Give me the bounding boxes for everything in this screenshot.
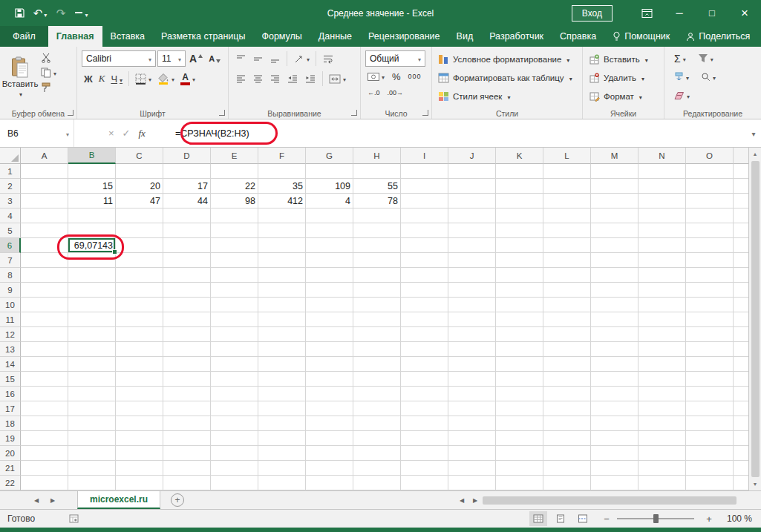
cell-G16[interactable] bbox=[306, 387, 353, 401]
cell-A22[interactable] bbox=[21, 476, 68, 490]
cell-K17[interactable] bbox=[496, 401, 543, 416]
cell-F20[interactable] bbox=[258, 446, 306, 461]
cell-J19[interactable] bbox=[448, 431, 496, 446]
cell-I8[interactable] bbox=[401, 268, 448, 283]
macro-record-button[interactable] bbox=[69, 514, 79, 523]
paste-button[interactable]: Вставить bbox=[1, 49, 39, 105]
cell-H22[interactable] bbox=[353, 476, 401, 490]
cell-A20[interactable] bbox=[21, 446, 68, 461]
row-header-18[interactable]: 18 bbox=[0, 416, 21, 431]
tab-home[interactable]: Главная bbox=[48, 26, 102, 47]
cell-F5[interactable] bbox=[258, 223, 306, 238]
cell-G3[interactable]: 4 bbox=[306, 194, 353, 208]
row-header-2[interactable]: 2 bbox=[0, 179, 21, 194]
alignment-dialog-launcher[interactable] bbox=[351, 110, 357, 116]
cell-O1[interactable] bbox=[686, 164, 734, 179]
zoom-out-button[interactable]: − bbox=[601, 513, 613, 525]
cell-L18[interactable] bbox=[543, 416, 591, 431]
cell-D3[interactable]: 44 bbox=[163, 194, 211, 208]
cell-E9[interactable] bbox=[211, 283, 258, 298]
cell-A12[interactable] bbox=[21, 327, 68, 342]
number-dialog-launcher[interactable] bbox=[422, 110, 428, 116]
increase-font-size-button[interactable]: А bbox=[187, 52, 205, 65]
cell-O14[interactable] bbox=[686, 357, 734, 372]
normal-view-button[interactable] bbox=[529, 511, 547, 526]
vertical-scrollbar-thumb[interactable] bbox=[751, 161, 760, 477]
cell-L16[interactable] bbox=[543, 387, 591, 401]
cell-G7[interactable] bbox=[306, 253, 353, 268]
decrease-font-size-button[interactable]: А bbox=[206, 53, 223, 64]
cell-C7[interactable] bbox=[116, 253, 163, 268]
tab-developer[interactable]: Разработчик bbox=[481, 26, 552, 47]
cell-G1[interactable] bbox=[306, 164, 353, 179]
cell-F12[interactable] bbox=[258, 327, 306, 342]
cell-H3[interactable]: 78 bbox=[353, 194, 401, 208]
cell-G15[interactable] bbox=[306, 372, 353, 387]
row-header-14[interactable]: 14 bbox=[0, 357, 21, 372]
cell-G13[interactable] bbox=[306, 342, 353, 357]
row-header-8[interactable]: 8 bbox=[0, 268, 21, 283]
cell-G17[interactable] bbox=[306, 401, 353, 416]
cell-L8[interactable] bbox=[543, 268, 591, 283]
clipboard-dialog-launcher[interactable] bbox=[68, 110, 74, 116]
cell-K8[interactable] bbox=[496, 268, 543, 283]
cell-E6[interactable] bbox=[211, 238, 258, 253]
cell-E16[interactable] bbox=[211, 387, 258, 401]
cell-J6[interactable] bbox=[448, 238, 496, 253]
cell-F22[interactable] bbox=[258, 476, 306, 490]
cell-G5[interactable] bbox=[306, 223, 353, 238]
cell-J9[interactable] bbox=[448, 283, 496, 298]
cell-J8[interactable] bbox=[448, 268, 496, 283]
cell-J10[interactable] bbox=[448, 298, 496, 312]
cell-B8[interactable] bbox=[68, 268, 116, 283]
cell-C12[interactable] bbox=[116, 327, 163, 342]
cell-B18[interactable] bbox=[68, 416, 116, 431]
column-header-I[interactable]: I bbox=[401, 148, 448, 164]
cell-D9[interactable] bbox=[163, 283, 211, 298]
minimize-button[interactable]: ─ bbox=[663, 0, 696, 26]
insert-function-button[interactable]: fx bbox=[139, 128, 146, 139]
column-header-E[interactable]: E bbox=[211, 148, 258, 164]
cell-A16[interactable] bbox=[21, 387, 68, 401]
cell-H11[interactable] bbox=[353, 312, 401, 327]
tab-formulas[interactable]: Формулы bbox=[253, 26, 310, 47]
cell-A19[interactable] bbox=[21, 431, 68, 446]
cell-N12[interactable] bbox=[638, 327, 686, 342]
cell-I14[interactable] bbox=[401, 357, 448, 372]
cell-F17[interactable] bbox=[258, 401, 306, 416]
cell-N21[interactable] bbox=[638, 461, 686, 476]
cell-E17[interactable] bbox=[211, 401, 258, 416]
font-name-select[interactable]: Calibri bbox=[82, 50, 156, 67]
fill-color-button[interactable] bbox=[155, 72, 177, 85]
cell-A4[interactable] bbox=[21, 208, 68, 223]
cell-L9[interactable] bbox=[543, 283, 591, 298]
font-color-button[interactable]: А bbox=[178, 72, 197, 86]
cell-M2[interactable] bbox=[591, 179, 638, 194]
cell-F15[interactable] bbox=[258, 372, 306, 387]
font-color-dropdown-icon[interactable] bbox=[191, 73, 195, 84]
cell-J3[interactable] bbox=[448, 194, 496, 208]
cell-A8[interactable] bbox=[21, 268, 68, 283]
cell-L13[interactable] bbox=[543, 342, 591, 357]
cell-J14[interactable] bbox=[448, 357, 496, 372]
cell-L1[interactable] bbox=[543, 164, 591, 179]
cell-L17[interactable] bbox=[543, 401, 591, 416]
cell-D19[interactable] bbox=[163, 431, 211, 446]
cell-O13[interactable] bbox=[686, 342, 734, 357]
cell-L5[interactable] bbox=[543, 223, 591, 238]
cell-N4[interactable] bbox=[638, 208, 686, 223]
borders-dropdown-icon[interactable] bbox=[147, 73, 151, 84]
cell-G6[interactable] bbox=[306, 238, 353, 253]
cell-B16[interactable] bbox=[68, 387, 116, 401]
row-header-15[interactable]: 15 bbox=[0, 372, 21, 387]
cell-D5[interactable] bbox=[163, 223, 211, 238]
cell-K11[interactable] bbox=[496, 312, 543, 327]
cell-O7[interactable] bbox=[686, 253, 734, 268]
cell-K16[interactable] bbox=[496, 387, 543, 401]
cell-I10[interactable] bbox=[401, 298, 448, 312]
sign-in-button[interactable]: Вход bbox=[572, 5, 613, 22]
accounting-dropdown-icon[interactable] bbox=[380, 71, 385, 82]
cell-M9[interactable] bbox=[591, 283, 638, 298]
cell-I13[interactable] bbox=[401, 342, 448, 357]
cell-J20[interactable] bbox=[448, 446, 496, 461]
